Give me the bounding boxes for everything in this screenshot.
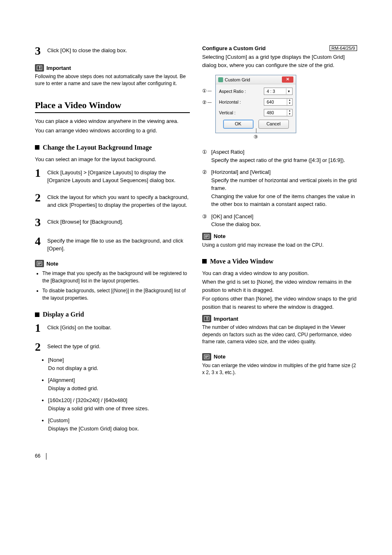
important-body: The number of video windows that can be … [202,324,357,345]
grid-option: [None] Do not display a grid. [48,356,190,372]
dialog-body: Aspect Ratio : 4 : 3 ▼ Horizontal : 640 [216,84,296,133]
change-step-3: 3 Click [Browse] for [Background]. [35,217,190,228]
grid-option-label: [160x120] / [320x240] / [640x480] [48,396,190,405]
anno-num: ① [202,88,207,94]
vertical-spinner[interactable]: 480 ▲▼ [264,109,293,116]
step-number: 3 [35,45,47,57]
vertical-label: Vertical : [219,110,235,115]
dialog-icon [218,77,223,82]
note-icon [202,233,211,240]
step-text: Click the layout for which you want to s… [47,192,190,209]
important-body: Following the above steps does not autom… [35,73,190,88]
square-bullet-icon [202,259,207,264]
close-button[interactable]: ✕ [282,76,293,83]
note-bullets: The image that you specify as the backgr… [35,270,190,302]
right-column: Configure a Custom Grid RM-64/25/9 Selec… [202,45,357,437]
horizontal-value: 640 [264,99,287,104]
left-column: 3 Click [OK] to close the dialog box. Im… [35,45,190,437]
note-bullet: To disable backgrounds, select [(None)] … [42,287,190,302]
vertical-value: 480 [264,110,287,115]
page-divider [46,453,46,460]
dialog-title-text: Custom Grid [225,77,250,82]
svg-rect-2 [39,69,40,69]
configure-title: Configure a Custom Grid [202,45,266,51]
sub-display-label: Display a Grid [43,311,84,318]
aspect-row: Aspect Ratio : 4 : 3 ▼ [219,88,293,95]
step-number: 1 [35,322,47,334]
grid-option-label: [Custom] [48,416,190,425]
custom-grid-dialog: Custom Grid ✕ Aspect Ratio : 4 : 3 ▼ [215,75,296,133]
dialog-container: Custom Grid ✕ Aspect Ratio : 4 : 3 ▼ [215,75,296,140]
def-num: ② [202,168,208,208]
step-number: 1 [35,167,47,179]
grid-option-desc: Display a solid grid with one of three s… [48,405,149,412]
annotation-3: ③ [215,134,296,140]
page-number: 66 [35,453,40,459]
change-step-2: 2 Click the layout for which you want to… [35,192,190,209]
move-p3: For options other than [None], the video… [202,295,357,311]
svg-rect-13 [207,319,208,320]
note-title: Note [46,261,58,267]
important-title: Important [214,316,238,322]
configure-intro: Selecting [Custom] as a grid type displa… [202,53,357,69]
step-text: Click [Layouts] > [Organize Layouts] to … [47,167,190,185]
cancel-button[interactable]: Cancel [258,120,289,129]
horizontal-row: Horizontal : 640 ▲▼ [219,98,293,106]
move-p2: When the grid is set to [None], the vide… [202,278,357,294]
spinner-buttons[interactable]: ▲▼ [287,99,292,105]
def-body: [Horizontal] and [Vertical] Specify the … [211,168,357,208]
grid-option: [160x120] / [320x240] / [640x480] Displa… [48,396,190,412]
aspect-value: 4 : 3 [267,89,275,94]
svg-rect-1 [39,66,40,68]
sub-move-video: Move a Video Window [202,258,357,265]
grid-option: [Alignment] Display a dotted grid. [48,376,190,392]
step-text: Click [Browse] for [Background]. [47,217,123,226]
model-badge: RM-64/25/9 [330,45,357,51]
grid-option-desc: Display a dotted grid. [48,385,98,391]
svg-rect-12 [207,317,208,319]
columns: 3 Click [OK] to close the dialog box. Im… [35,45,357,437]
callout-head: Important [202,315,357,322]
def-label: [OK] and [Cancel] [211,213,357,221]
step-3-top: 3 Click [OK] to close the dialog box. [35,45,190,57]
vertical-row: Vertical : 480 ▲▼ [219,109,293,116]
dialog-wrap: ① ② Custom Grid ✕ [202,75,357,140]
display-step-1: 1 Click [Grids] on the toolbar. [35,322,190,334]
horizontal-spinner[interactable]: 640 ▲▼ [264,98,293,106]
ok-button[interactable]: OK [223,120,254,129]
grid-option-label: [Alignment] [48,376,190,384]
sub-change-label: Change the Layout Background Image [43,144,152,151]
note-callout: Note The image that you specify as the b… [35,260,190,302]
step-text: Click [Grids] on the toolbar. [47,322,111,332]
def-label: [Horizontal] and [Vertical] [211,168,357,176]
grid-options: [None] Do not display a grid. [Alignment… [41,356,190,432]
section-place-video: Place a Video Window [35,100,190,113]
note-body: Using a custom grid may increase the loa… [202,242,357,249]
dialog-titlebar: Custom Grid ✕ [216,75,296,84]
aspect-ratio-combo[interactable]: 4 : 3 ▼ [264,88,293,95]
note-body: You can enlarge the video window in mult… [202,362,357,377]
square-bullet-icon [35,145,39,150]
def-body: [OK] and [Cancel] Close the dialog box. [211,213,357,229]
definitions: ① [Aspect Ratio] Specify the aspect rati… [202,148,357,229]
callout-head: Note [202,233,357,240]
spinner-buttons[interactable]: ▲▼ [287,109,292,116]
callout-head: Note [202,353,357,361]
def-num: ③ [202,213,208,229]
move-p1: You can drag a video window to any posit… [202,269,357,278]
important-icon [35,64,44,72]
dialog-buttons: OK Cancel [219,120,293,129]
def-label: [Aspect Ratio] [211,148,357,156]
step-text: Click [OK] to close the dialog box. [47,45,127,55]
step-number: 2 [35,192,47,204]
step-number: 2 [35,341,47,353]
horizontal-label: Horizontal : [219,99,241,104]
def-desc: Specify the aspect ratio of the grid fra… [211,157,345,163]
note-title: Note [214,354,226,360]
right-header: Configure a Custom Grid RM-64/25/9 [202,45,357,51]
step-text: Select the type of grid. [47,341,100,351]
annotation-1: ① [202,88,212,94]
sub-change-bg: Change the Layout Background Image [35,144,190,151]
change-step-4: 4 Specify the image file to use as the b… [35,236,190,253]
change-step-1: 1 Click [Layouts] > [Organize Layouts] t… [35,167,190,185]
